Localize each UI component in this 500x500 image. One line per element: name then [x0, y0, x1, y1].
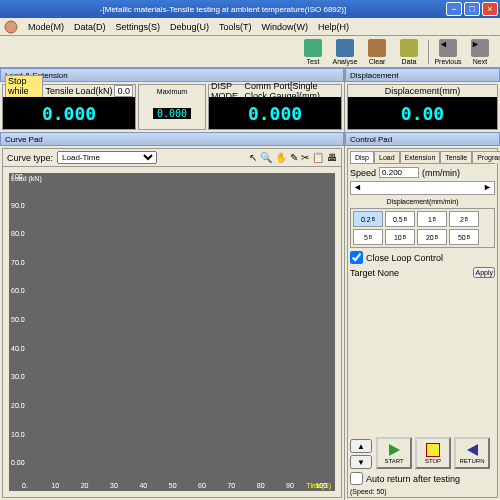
minimize-button[interactable]: − [446, 2, 462, 16]
menu-help[interactable]: Help(H) [318, 22, 349, 32]
x-tick: 80 [257, 482, 265, 489]
maximize-button[interactable]: □ [464, 2, 480, 16]
load-readout: Stop while destroy Tensile Load(kN) 0.0 … [2, 84, 136, 130]
tab-load[interactable]: Load [374, 151, 400, 163]
pointer-icon[interactable]: ↖ [249, 152, 257, 163]
data-button[interactable]: Data [393, 39, 425, 65]
x-tick: 100 [315, 482, 327, 489]
curve-type-select[interactable]: Load-Time [57, 151, 157, 164]
start-button[interactable]: START [376, 437, 412, 469]
x-tick: 50 [169, 482, 177, 489]
speed-preset-20[interactable]: 20B [417, 229, 447, 245]
y-tick: 100. [11, 173, 25, 180]
auto-return-checkbox[interactable] [350, 472, 363, 485]
app-icon [4, 20, 18, 34]
y-tick: 10.0 [11, 431, 25, 438]
zoom-icon[interactable]: 🔍 [260, 152, 272, 163]
y-tick: 0.00 [11, 459, 25, 466]
menu-data[interactable]: Data(D) [74, 22, 106, 32]
tab-disp[interactable]: Disp [350, 151, 374, 163]
menu-settings[interactable]: Settings(S) [116, 22, 161, 32]
x-tick: 0. [22, 482, 28, 489]
plot-area[interactable]: Load (kN) Time(S) 100.90.080.070.060.050… [9, 173, 335, 491]
menu-tools[interactable]: Tools(T) [219, 22, 252, 32]
displacement-readout: Displacement(mm) 0.00 [347, 84, 498, 130]
speed-preset-0.2[interactable]: 0.2B [353, 211, 383, 227]
return-button[interactable]: RETURN [454, 437, 490, 469]
y-tick: 80.0 [11, 230, 25, 237]
tab-tensile[interactable]: Tensile [440, 151, 472, 163]
toolbar: Test Analyse Clear Data ◄Previous ►Next [0, 36, 500, 68]
speed-preset-2[interactable]: 2B [449, 211, 479, 227]
menu-mode[interactable]: Mode(M) [28, 22, 64, 32]
curve-type-label: Curve type: [7, 153, 53, 163]
jog-up-button[interactable]: ▲ [350, 439, 372, 453]
speed-preset-10[interactable]: 10B [385, 229, 415, 245]
jog-down-button[interactable]: ▼ [350, 455, 372, 469]
cut-icon[interactable]: ✂ [301, 152, 309, 163]
disp-display: 0.000 [209, 97, 341, 129]
max-readout: Maximum 0.000 [138, 84, 206, 130]
y-tick: 30.0 [11, 373, 25, 380]
copy-icon[interactable]: 📋 [312, 152, 324, 163]
print-icon[interactable]: 🖶 [327, 152, 337, 163]
curve-pad-header: Curve Pad [0, 132, 344, 146]
speed-preset-50[interactable]: 50B [449, 229, 479, 245]
speed-preset-5[interactable]: 5B [353, 229, 383, 245]
tab-extension[interactable]: Extension [400, 151, 441, 163]
x-tick: 30 [110, 482, 118, 489]
close-loop-checkbox[interactable] [350, 251, 363, 264]
speed-preset-0.5[interactable]: 0.5B [385, 211, 415, 227]
analyse-button[interactable]: Analyse [329, 39, 361, 65]
speed-slider[interactable]: ◄► [350, 181, 495, 195]
y-tick: 90.0 [11, 202, 25, 209]
grid-label: Displacement(mm/min) [350, 198, 495, 205]
load-display: 0.000 [3, 97, 135, 129]
y-tick: 60.0 [11, 287, 25, 294]
y-tick: 20.0 [11, 402, 25, 409]
x-tick: 10 [51, 482, 59, 489]
speed-preset-1[interactable]: 1B [417, 211, 447, 227]
y-tick: 70.0 [11, 259, 25, 266]
hand-icon[interactable]: ✋ [275, 152, 287, 163]
svg-point-0 [5, 21, 17, 33]
menu-debug[interactable]: Debug(U) [170, 22, 209, 32]
load-extension-header: Load & Extension [0, 68, 344, 82]
y-tick: 50.0 [11, 316, 25, 323]
tab-program[interactable]: Program [472, 151, 500, 163]
x-tick: 70 [227, 482, 235, 489]
close-button[interactable]: × [482, 2, 498, 16]
clear-button[interactable]: Clear [361, 39, 393, 65]
window-title: -[Metallic materials-Tensile testing at … [2, 5, 444, 14]
x-tick: 40 [139, 482, 147, 489]
menubar: Mode(M) Data(D) Settings(S) Debug(U) Too… [0, 18, 500, 36]
speed-input[interactable] [379, 167, 419, 178]
svg-marker-2 [467, 444, 478, 456]
x-tick: 20 [81, 482, 89, 489]
displacement-header: Displacement [345, 68, 500, 82]
speed-label: Speed [350, 168, 376, 178]
disp-readout: DISP MODE Comm Port[Single Clock Gauge](… [208, 84, 342, 130]
displacement-display: 0.00 [348, 97, 497, 129]
test-button[interactable]: Test [297, 39, 329, 65]
x-tick: 60 [198, 482, 206, 489]
menu-window[interactable]: Window(W) [262, 22, 309, 32]
speed-footer: (Speed: 50) [350, 488, 495, 495]
apply-button[interactable]: Apply [473, 267, 495, 278]
pencil-icon[interactable]: ✎ [290, 152, 298, 163]
target-label: Target None [350, 268, 399, 278]
next-button[interactable]: ►Next [464, 39, 496, 65]
previous-button[interactable]: ◄Previous [432, 39, 464, 65]
y-tick: 40.0 [11, 345, 25, 352]
x-tick: 90 [286, 482, 294, 489]
svg-marker-1 [389, 444, 400, 456]
control-pad-header: Control Pad [345, 132, 500, 146]
stop-button[interactable]: STOP [415, 437, 451, 469]
